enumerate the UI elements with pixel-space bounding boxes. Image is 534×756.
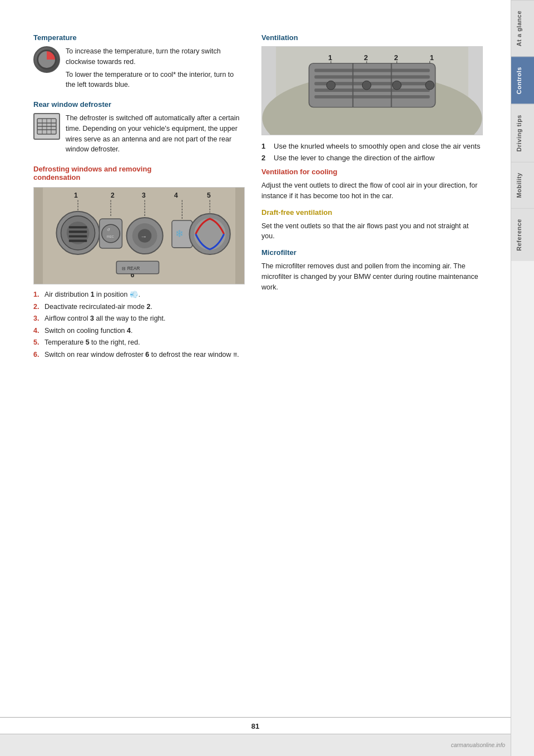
temperature-icon bbox=[33, 46, 60, 73]
temperature-text: To increase the temperature, turn the ro… bbox=[66, 46, 245, 92]
step-1: 1. Air distribution 1 in position 💨. bbox=[33, 290, 245, 300]
svg-text:4: 4 bbox=[174, 192, 178, 199]
svg-text:5: 5 bbox=[207, 192, 211, 199]
svg-point-61 bbox=[426, 81, 434, 90]
draft-free-text: Set the vent outlets so that the air flo… bbox=[261, 221, 483, 242]
watermark-text: carmanualsonline.info bbox=[451, 742, 505, 748]
rear-defroster-section: The defroster is switched off automatica… bbox=[33, 113, 245, 157]
step-5: 5. Temperature 5 to the right, red. bbox=[33, 338, 245, 348]
svg-text:2: 2 bbox=[394, 53, 398, 62]
svg-rect-47 bbox=[314, 95, 429, 99]
svg-text:❄: ❄ bbox=[175, 228, 184, 239]
svg-point-58 bbox=[327, 81, 335, 90]
svg-point-59 bbox=[362, 81, 371, 90]
svg-text:↺: ↺ bbox=[107, 228, 110, 232]
svg-point-31 bbox=[194, 218, 226, 250]
sidebar-tab-controls[interactable]: Controls bbox=[511, 56, 534, 104]
sidebar: At a glance Controls Driving tips Mobili… bbox=[511, 0, 534, 756]
rear-defroster-icon bbox=[33, 113, 60, 140]
ventilation-image: 1 2 2 1 bbox=[261, 46, 483, 135]
step-4: 4. Switch on cooling function 4. bbox=[33, 326, 245, 336]
svg-text:1: 1 bbox=[430, 53, 434, 62]
svg-rect-17 bbox=[69, 230, 87, 233]
vent-step-1: 1 Use the knurled wheels to smoothly ope… bbox=[261, 142, 483, 150]
defrosting-title: Defrosting windows and removingcondensat… bbox=[33, 165, 245, 181]
step-2: 2. Deactivate recirculated-air mode 2. bbox=[33, 302, 245, 312]
vent-cooling-title: Ventilation for cooling bbox=[261, 168, 483, 176]
step-3: 3. Airflow control 3 all the way to the … bbox=[33, 314, 245, 324]
microfilter-text: The microfilter removes dust and pollen … bbox=[261, 261, 483, 292]
control-panel-diagram: 1 2 3 4 5 bbox=[33, 187, 245, 284]
draft-free-title: Draft-free ventilation bbox=[261, 208, 483, 217]
microfilter-title: Microfilter bbox=[261, 248, 483, 257]
vent-step-2: 2 Use the lever to change the direction … bbox=[261, 154, 483, 162]
rear-defroster-text: The defroster is switched off automatica… bbox=[66, 113, 245, 157]
svg-text:1: 1 bbox=[74, 192, 78, 199]
watermark-bar: carmanualsonline.info bbox=[0, 734, 511, 756]
svg-rect-19 bbox=[69, 240, 87, 242]
sidebar-tab-reference[interactable]: Reference bbox=[511, 208, 534, 261]
sidebar-tab-mobility[interactable]: Mobility bbox=[511, 162, 534, 208]
svg-text:REC: REC bbox=[107, 234, 114, 238]
svg-text:2: 2 bbox=[111, 192, 115, 199]
page-number: 81 bbox=[0, 722, 511, 730]
sidebar-tab-at-a-glance[interactable]: At a glance bbox=[511, 0, 534, 56]
svg-rect-18 bbox=[69, 235, 87, 237]
ventilation-title: Ventilation bbox=[261, 33, 483, 42]
svg-text:2: 2 bbox=[364, 53, 368, 62]
svg-point-21 bbox=[102, 224, 120, 243]
svg-rect-44 bbox=[314, 75, 429, 78]
rear-defroster-title: Rear window defroster bbox=[33, 100, 245, 109]
sidebar-tab-driving-tips[interactable]: Driving tips bbox=[511, 104, 534, 162]
defrosting-steps: 1. Air distribution 1 in position 💨. 2. … bbox=[33, 290, 245, 360]
svg-rect-16 bbox=[69, 226, 87, 228]
svg-text:⊟ REAR: ⊟ REAR bbox=[122, 266, 140, 271]
svg-text:1: 1 bbox=[328, 53, 332, 62]
ventilation-steps: 1 Use the knurled wheels to smoothly ope… bbox=[261, 142, 483, 162]
step-6: 6. Switch on rear window defroster 6 to … bbox=[33, 350, 245, 360]
svg-text:→: → bbox=[140, 233, 147, 240]
svg-rect-43 bbox=[314, 69, 429, 72]
vent-cooling-text: Adjust the vent outlets to direct the fl… bbox=[261, 180, 483, 202]
temperature-title: Temperature bbox=[33, 33, 245, 42]
temperature-section: To increase the temperature, turn the ro… bbox=[33, 46, 245, 92]
svg-point-60 bbox=[393, 81, 402, 90]
svg-text:3: 3 bbox=[142, 192, 146, 199]
